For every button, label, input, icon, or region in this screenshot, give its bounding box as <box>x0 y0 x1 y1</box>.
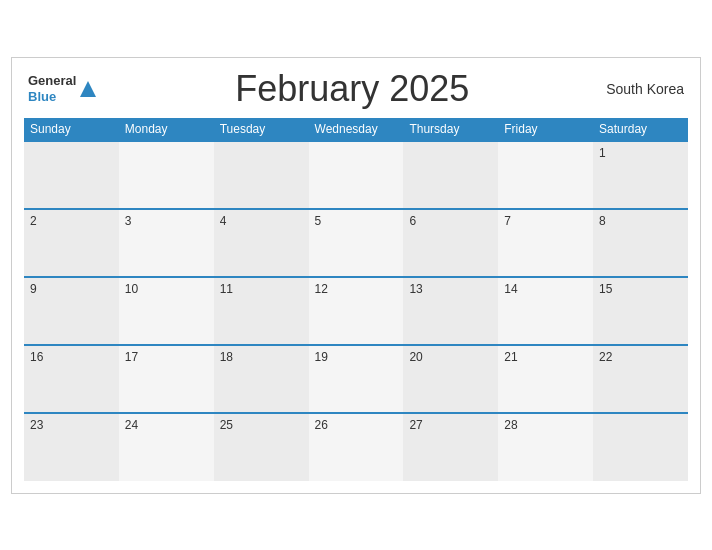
day-number: 28 <box>504 418 517 432</box>
calendar-cell <box>498 141 593 209</box>
day-number: 11 <box>220 282 233 296</box>
calendar-cell: 20 <box>403 345 498 413</box>
day-number: 24 <box>125 418 138 432</box>
day-number: 19 <box>315 350 328 364</box>
header-tuesday: Tuesday <box>214 118 309 141</box>
header-thursday: Thursday <box>403 118 498 141</box>
day-number: 25 <box>220 418 233 432</box>
logo: General Blue <box>28 73 98 104</box>
day-number: 13 <box>409 282 422 296</box>
calendar-cell: 19 <box>309 345 404 413</box>
header-monday: Monday <box>119 118 214 141</box>
day-number: 23 <box>30 418 43 432</box>
calendar-cell: 7 <box>498 209 593 277</box>
calendar-cell <box>403 141 498 209</box>
calendar-cell: 6 <box>403 209 498 277</box>
calendar-grid: Sunday Monday Tuesday Wednesday Thursday… <box>24 118 688 481</box>
calendar-cell <box>214 141 309 209</box>
calendar-cell: 18 <box>214 345 309 413</box>
svg-marker-0 <box>80 81 96 97</box>
calendar-cell <box>309 141 404 209</box>
calendar-cell: 1 <box>593 141 688 209</box>
calendar-cell: 11 <box>214 277 309 345</box>
calendar-cell: 14 <box>498 277 593 345</box>
calendar-container: General Blue February 2025 South Korea S… <box>11 57 701 494</box>
day-number: 22 <box>599 350 612 364</box>
header-wednesday: Wednesday <box>309 118 404 141</box>
calendar-title: February 2025 <box>98 68 606 110</box>
calendar-cell: 27 <box>403 413 498 481</box>
calendar-cell: 25 <box>214 413 309 481</box>
calendar-cell: 16 <box>24 345 119 413</box>
day-number: 3 <box>125 214 132 228</box>
day-number: 2 <box>30 214 37 228</box>
day-number: 26 <box>315 418 328 432</box>
week-row-1: 2345678 <box>24 209 688 277</box>
day-number: 9 <box>30 282 37 296</box>
calendar-cell: 13 <box>403 277 498 345</box>
header-sunday: Sunday <box>24 118 119 141</box>
day-number: 21 <box>504 350 517 364</box>
calendar-cell: 22 <box>593 345 688 413</box>
header-saturday: Saturday <box>593 118 688 141</box>
day-number: 14 <box>504 282 517 296</box>
week-row-2: 9101112131415 <box>24 277 688 345</box>
day-number: 18 <box>220 350 233 364</box>
calendar-cell: 2 <box>24 209 119 277</box>
day-number: 12 <box>315 282 328 296</box>
logo-icon <box>78 79 98 99</box>
calendar-cell: 4 <box>214 209 309 277</box>
day-number: 27 <box>409 418 422 432</box>
calendar-cell: 26 <box>309 413 404 481</box>
calendar-cell: 23 <box>24 413 119 481</box>
day-number: 20 <box>409 350 422 364</box>
calendar-cell: 10 <box>119 277 214 345</box>
day-number: 17 <box>125 350 138 364</box>
day-number: 7 <box>504 214 511 228</box>
day-number: 8 <box>599 214 606 228</box>
week-row-3: 16171819202122 <box>24 345 688 413</box>
day-headers-row: Sunday Monday Tuesday Wednesday Thursday… <box>24 118 688 141</box>
day-number: 16 <box>30 350 43 364</box>
header-friday: Friday <box>498 118 593 141</box>
calendar-cell: 24 <box>119 413 214 481</box>
calendar-cell <box>119 141 214 209</box>
calendar-cell: 3 <box>119 209 214 277</box>
calendar-cell <box>593 413 688 481</box>
day-number: 5 <box>315 214 322 228</box>
day-number: 15 <box>599 282 612 296</box>
day-number: 10 <box>125 282 138 296</box>
calendar-country: South Korea <box>606 81 684 97</box>
logo-blue-text: Blue <box>28 89 76 105</box>
week-row-0: 1 <box>24 141 688 209</box>
day-number: 1 <box>599 146 606 160</box>
day-number: 4 <box>220 214 227 228</box>
day-number: 6 <box>409 214 416 228</box>
calendar-header: General Blue February 2025 South Korea <box>24 68 688 110</box>
calendar-cell: 8 <box>593 209 688 277</box>
calendar-cell: 15 <box>593 277 688 345</box>
calendar-cell: 17 <box>119 345 214 413</box>
calendar-cell: 9 <box>24 277 119 345</box>
calendar-cell: 21 <box>498 345 593 413</box>
week-row-4: 232425262728 <box>24 413 688 481</box>
calendar-cell: 12 <box>309 277 404 345</box>
calendar-cell: 28 <box>498 413 593 481</box>
calendar-cell <box>24 141 119 209</box>
logo-general-text: General <box>28 73 76 89</box>
calendar-cell: 5 <box>309 209 404 277</box>
